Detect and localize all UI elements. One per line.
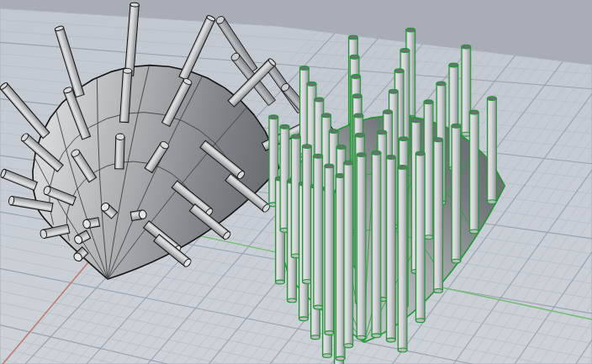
pin[interactable] xyxy=(488,97,497,204)
pin[interactable] xyxy=(415,151,425,322)
rhino-perspective-viewport[interactable] xyxy=(0,0,592,364)
viewport-canvas[interactable] xyxy=(0,0,592,364)
pin[interactable] xyxy=(357,153,366,340)
pin[interactable] xyxy=(469,110,478,234)
pin[interactable] xyxy=(452,124,461,263)
pin[interactable] xyxy=(387,156,396,342)
pin[interactable] xyxy=(344,161,353,347)
pin[interactable] xyxy=(424,100,433,240)
pin[interactable] xyxy=(325,164,334,335)
pin[interactable] xyxy=(303,145,312,284)
pin[interactable] xyxy=(372,150,381,337)
pin[interactable] xyxy=(115,134,125,169)
pin[interactable] xyxy=(398,166,407,352)
pin[interactable] xyxy=(314,154,323,309)
pin[interactable] xyxy=(434,138,443,293)
